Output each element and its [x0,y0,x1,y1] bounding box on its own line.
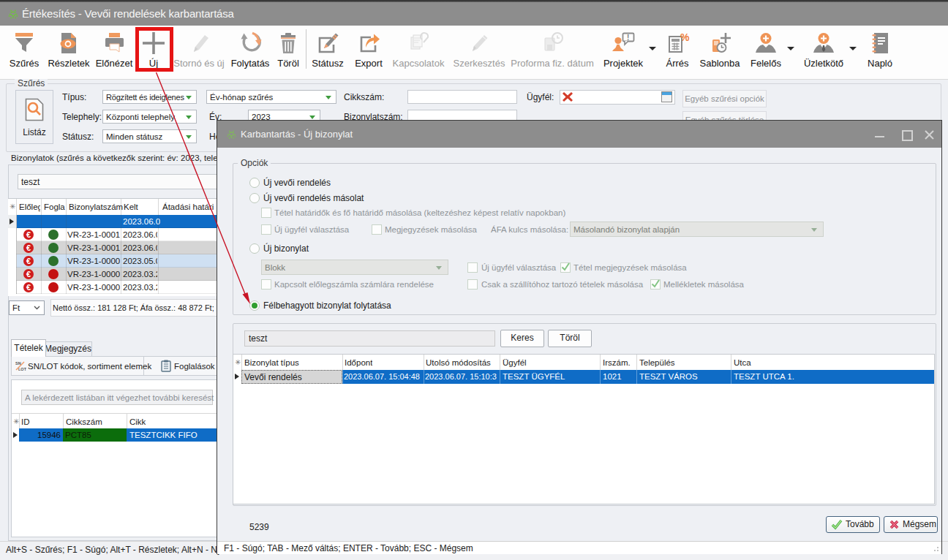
svg-text:LOT: LOT [18,367,26,371]
svg-text:!: ! [627,34,629,42]
svg-text:SN: SN [15,361,21,366]
